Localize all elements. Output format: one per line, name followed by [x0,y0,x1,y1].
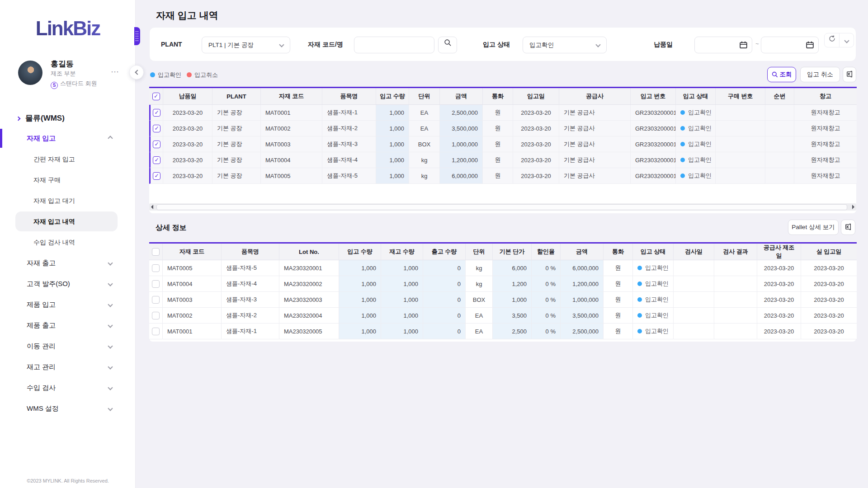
table-row[interactable]: 2023-03-20기본 공장MAT0002샘플-자재-21,000EA3,50… [149,121,857,136]
sidebar-collapse-button[interactable] [129,65,144,80]
select-cell [149,276,163,292]
currency-cell: 원 [604,308,633,324]
row-checkbox[interactable] [153,172,160,180]
table-row[interactable]: MAT0001샘플-자재-1MA2303200051,0001,0000EA2,… [149,324,857,339]
sidebar-section[interactable]: 이동 관리 [0,336,136,357]
status-filter-label: 입고 상태 [483,41,510,49]
row-checkbox[interactable] [152,312,160,319]
table-row[interactable]: 2023-03-20기본 공장MAT0005샘플-자재-51,000kg6,00… [149,168,857,184]
row-checkbox[interactable] [153,156,160,164]
refresh-icon[interactable] [825,33,839,47]
select-cell [149,168,163,184]
warehouse-cell: 원자재창고 [794,121,857,136]
table-row[interactable]: 2023-03-20기본 공장MAT0004샘플-자재-41,000kg1,20… [149,152,857,168]
row-checkbox[interactable] [152,264,160,272]
unit-cell: kg [409,152,440,168]
table-row[interactable]: 2023-03-20기본 공장MAT0001샘플-자재-11,000EA2,50… [149,105,857,121]
sidebar-item[interactable]: 자재 입고 대기 [0,190,136,211]
status-dot-icon [637,282,642,286]
material-search-button[interactable] [438,37,457,53]
more-icon[interactable]: ⋯ [111,67,119,77]
scrollbar-thumb[interactable] [156,204,847,210]
col-header-purchase-no: 구매 번호 [716,88,765,105]
col-header-seq: 순번 [765,88,794,105]
material-code-input[interactable] [354,37,434,53]
row-checkbox[interactable] [152,328,160,335]
unit-cell: BOX [409,136,440,152]
section-label: 자재 출고 [27,259,56,267]
status-label: 입고확인 [645,296,669,303]
inspect-result-cell [714,292,757,308]
discount-rate-cell: 0 % [532,276,561,292]
plant-select[interactable]: PLT1 | 기본 공장 [202,37,290,53]
inspect-result-cell [714,308,757,324]
pallet-detail-button[interactable]: Pallet 상세 보기 [788,220,839,235]
date-to-input[interactable] [761,37,819,53]
status-cell: 입고확인 [633,324,674,339]
receipt-date-cell: 2023-03-20 [513,168,559,184]
supplier-mfg-date-cell: 2023-03-20 [757,260,801,276]
scroll-left-arrow-icon[interactable] [151,205,153,209]
amount-cell: 3,500,000 [561,308,604,324]
row-checkbox[interactable] [152,280,160,288]
calendar-icon[interactable] [739,41,748,51]
sidebar-item[interactable]: 간편 자재 입고 [0,149,136,169]
receipt-no-cell: GR2303200001 [631,136,676,152]
sidebar-item-wms[interactable]: 물류(WMS) [0,108,136,128]
sidebar: LinkBiz 홍길동 제조 부분 S스탠다드 회원 ⋯ 물류(WMS) 자재 … [0,0,136,488]
sidebar-section[interactable]: 고객 발주(SO) [0,273,136,294]
row-checkbox[interactable] [153,109,160,117]
pallet-detail-label: Pallet 상세 보기 [792,224,835,230]
table-row[interactable]: MAT0002샘플-자재-2MA2303200041,0001,0000EA3,… [149,308,857,324]
user-grade-label: 스탠다드 회원 [60,80,97,87]
currency-cell: 원 [483,136,513,152]
sidebar-section-material-receipt[interactable]: 자재 입고 [0,128,136,149]
table-row[interactable]: 2023-03-20기본 공장MAT0003샘플-자재-31,000BOX1,0… [149,136,857,152]
receipt-qty-cell: 1,000 [339,308,381,324]
col-header-base-price: 기본 단가 [493,244,532,260]
currency-cell: 원 [604,324,633,339]
chevron-down-icon [108,323,113,328]
sidebar-section[interactable]: 자재 출고 [0,253,136,273]
sidebar-item[interactable]: 자재 구매 [0,169,136,190]
material-code-cell: MAT0001 [261,105,322,121]
status-cell: 입고확인 [633,260,674,276]
sidebar-item[interactable]: 수입 검사 내역 [0,232,136,253]
legend-label: 입고확인 [158,71,181,78]
sidebar-section[interactable]: 제품 출고 [0,315,136,336]
sidebar-section[interactable]: WMS 설정 [0,398,136,419]
horizontal-scrollbar[interactable] [149,203,856,211]
status-label: 입고확인 [645,328,669,334]
filter-bar: PLANT PLT1 | 기본 공장 자재 코드/명 입고 상태 입고확인 납품… [149,27,856,61]
table-row[interactable]: MAT0005샘플-자재-5MA2303200011,0001,0000kg6,… [149,260,857,276]
chevron-down-icon [108,406,113,411]
col-header-unit: 단위 [466,244,493,260]
select-all-checkbox[interactable] [152,248,160,256]
sidebar-section[interactable]: 수입 검사 [0,377,136,398]
row-checkbox[interactable] [153,141,160,148]
scroll-right-arrow-icon[interactable] [852,205,854,209]
discount-rate-cell: 0 % [532,292,561,308]
select-all-checkbox[interactable] [152,93,160,100]
receipt-cancel-button[interactable]: 입고 취소 [800,67,840,82]
search-button[interactable]: 조회 [767,67,796,82]
sidebar-section[interactable]: 제품 입고 [0,294,136,315]
excel-export-icon [844,223,852,230]
sidebar-grip-handle[interactable] [134,27,140,45]
calendar-icon[interactable] [806,41,814,51]
excel-export-button[interactable] [843,67,856,82]
table-row[interactable]: MAT0004샘플-자재-4MA2303200021,0001,0000kg1,… [149,276,857,292]
row-checkbox[interactable] [152,296,160,304]
row-checkbox[interactable] [153,125,160,132]
date-from-input[interactable] [694,37,752,53]
item-name-cell: 샘플-자재-3 [322,136,376,152]
sidebar-item[interactable]: 자재 입고 내역 [0,211,136,232]
sidebar-section[interactable]: 재고 관리 [0,357,136,377]
legend-item: 입고확인 [150,71,181,78]
status-select[interactable]: 입고확인 [523,37,607,53]
collapse-filter-icon[interactable] [839,33,854,47]
table-row[interactable]: MAT0003샘플-자재-3MA2303200031,0001,0000BOX1… [149,292,857,308]
excel-export-button[interactable] [841,220,855,235]
status-dot-icon [150,72,155,77]
receipt-date-cell: 2023-03-20 [513,105,559,121]
